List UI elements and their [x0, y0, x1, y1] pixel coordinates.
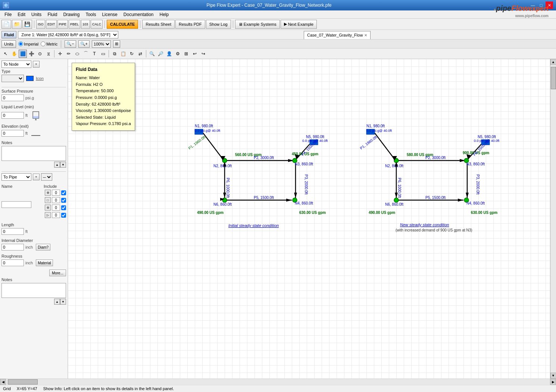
file-tab[interactable]: Case_07_Water_Gravity_Flow ✕	[304, 31, 371, 39]
include-check-3[interactable]	[61, 205, 66, 210]
horizontal-scrollbar[interactable]: ◀ ▶	[0, 379, 556, 385]
pipe-button[interactable]: PIPE	[57, 20, 68, 29]
arc-tool[interactable]: ⌒	[82, 50, 90, 58]
metric-radio[interactable]	[41, 41, 46, 46]
imperial-radio-label[interactable]: Imperial	[18, 41, 38, 46]
include-val-3[interactable]	[52, 205, 60, 211]
copy-tool[interactable]: ⧉	[110, 50, 119, 58]
node-add-button[interactable]: +	[33, 61, 40, 68]
material-button[interactable]: Material	[36, 259, 53, 266]
include-btn-2[interactable]: □	[45, 197, 51, 203]
tab-close-icon[interactable]: ✕	[364, 33, 367, 37]
menu-drawing[interactable]: Drawing	[60, 10, 82, 18]
example-systems-button[interactable]: 🖥 Example Systems	[235, 20, 280, 29]
scroll-track-v[interactable]	[550, 65, 556, 373]
text-tool[interactable]: T	[90, 50, 99, 58]
new-button[interactable]: 📄	[1, 20, 11, 29]
int-diameter-input[interactable]	[1, 244, 24, 251]
valve-tool[interactable]: ⧖	[44, 50, 53, 58]
scroll-up-arrow[interactable]: ▲	[550, 59, 556, 65]
pan-tool[interactable]: ✋	[10, 50, 18, 58]
icon-button[interactable]: Icon	[36, 76, 44, 81]
pipe-line-style[interactable]: ——	[41, 173, 52, 181]
menu-help[interactable]: Help	[157, 10, 172, 18]
results-sheet-button[interactable]: Results Sheet	[142, 20, 174, 29]
redo-tool[interactable]: ↪	[199, 50, 207, 58]
canvas-area[interactable]: Fluid Data Name: Water Formula: H2 O Tem…	[68, 59, 550, 379]
notes-scroll-down[interactable]: ▼	[60, 162, 66, 168]
menu-documentation[interactable]: Documentation	[121, 10, 157, 18]
length-input[interactable]	[1, 228, 24, 235]
menu-license[interactable]: License	[99, 10, 120, 18]
menu-file[interactable]: File	[1, 10, 15, 18]
flip-tool[interactable]: ⇄	[136, 50, 144, 58]
paste-tool[interactable]: 📋	[119, 50, 127, 58]
save-button[interactable]: 💾	[22, 20, 32, 29]
roughness-input[interactable]	[1, 259, 24, 266]
rect-tool[interactable]: ▭	[99, 50, 107, 58]
undo-tool[interactable]: ↩	[191, 50, 199, 58]
include-val-1[interactable]	[52, 190, 60, 196]
zoom-in-button[interactable]: 🔍+	[78, 40, 90, 48]
metric-radio-label[interactable]: Metric	[41, 41, 57, 46]
liquid-level-input[interactable]	[1, 112, 24, 119]
zoom-select[interactable]: 100% 75% 50% 125% 150%	[92, 40, 111, 48]
surface-pressure-input[interactable]	[1, 94, 24, 101]
menu-units[interactable]: Units	[28, 10, 44, 18]
iso-button[interactable]: ISO	[36, 20, 45, 29]
menu-tools[interactable]: Tools	[82, 10, 99, 18]
include-check-1[interactable]	[61, 190, 66, 195]
open-button[interactable]: 📁	[12, 20, 22, 29]
scroll-thumb-v[interactable]	[551, 67, 556, 89]
include-val-2[interactable]	[52, 197, 60, 203]
scroll-right-arrow[interactable]: ▶	[550, 379, 556, 385]
pipe-name-input[interactable]	[1, 201, 31, 208]
results-pdf-button[interactable]: Results PDF	[175, 20, 205, 29]
include-btn-1[interactable]: ⚙	[45, 190, 51, 196]
menu-fluid[interactable]: Fluid	[44, 10, 60, 18]
pencil-tool[interactable]: ✏	[65, 50, 73, 58]
vertical-scrollbar[interactable]: ▲ ▼	[550, 59, 556, 379]
pipe-add-button[interactable]: +	[33, 174, 40, 180]
include-val-4[interactable]	[52, 212, 60, 218]
pump-tool[interactable]: ⊙	[36, 50, 44, 58]
notes-scroll-up[interactable]: ▲	[54, 162, 60, 168]
scroll-track-h[interactable]	[6, 379, 550, 385]
pbel-button[interactable]: PBEL	[69, 20, 80, 29]
elevation-input[interactable]	[1, 130, 24, 137]
notes2-scroll-down[interactable]: ▼	[60, 299, 66, 305]
user-tool[interactable]: 👤	[165, 50, 173, 58]
grid-tool[interactable]: ⊞	[182, 50, 190, 58]
103-button[interactable]: 103	[81, 20, 90, 29]
notes-textarea-top[interactable]	[1, 146, 66, 161]
fit-view-button[interactable]: ⊞	[113, 40, 120, 48]
pipe-type-select[interactable]: To Pipe	[1, 173, 31, 181]
scroll-thumb-h[interactable]	[8, 379, 38, 385]
calculate-button[interactable]: CALCULATE	[107, 20, 138, 29]
pipe-tool[interactable]: ➕	[27, 50, 35, 58]
show-log-button[interactable]: Show Log	[206, 20, 231, 29]
include-btn-3[interactable]: ⚙	[45, 205, 51, 211]
node-type-select[interactable]: To Node	[1, 60, 31, 68]
settings-tool[interactable]: ⚙	[174, 50, 182, 58]
scroll-left-arrow[interactable]: ◀	[0, 379, 6, 385]
diam-button[interactable]: Diam?	[36, 244, 50, 251]
cursor-tool[interactable]: ✛	[56, 50, 64, 58]
fluid-select[interactable]: Zone 1: Water [62.428000 lb/ft³ at 0.0ps…	[18, 31, 118, 38]
zoom-in-draw[interactable]: 🔍	[148, 50, 156, 58]
next-example-button[interactable]: ▶ Next Example	[281, 20, 317, 29]
edit-button[interactable]: EDIT	[46, 20, 57, 29]
zoom-out-button[interactable]: 🔍−	[65, 40, 76, 48]
select-tool[interactable]: ↖	[1, 50, 10, 58]
zoom-out-draw[interactable]: 🔎	[156, 50, 165, 58]
more-button[interactable]: More...	[49, 270, 66, 276]
units-button[interactable]: Units	[1, 40, 16, 48]
node-color-swatch[interactable]	[26, 76, 34, 81]
imperial-radio[interactable]	[18, 41, 23, 46]
include-check-4[interactable]	[61, 213, 66, 218]
include-check-2[interactable]	[61, 198, 66, 203]
menu-edit[interactable]: Edit	[15, 10, 28, 18]
notes2-scroll-up[interactable]: ▲	[54, 299, 60, 305]
notes-textarea-bottom[interactable]	[1, 283, 66, 298]
node-tool[interactable]: 🟦	[19, 50, 27, 58]
